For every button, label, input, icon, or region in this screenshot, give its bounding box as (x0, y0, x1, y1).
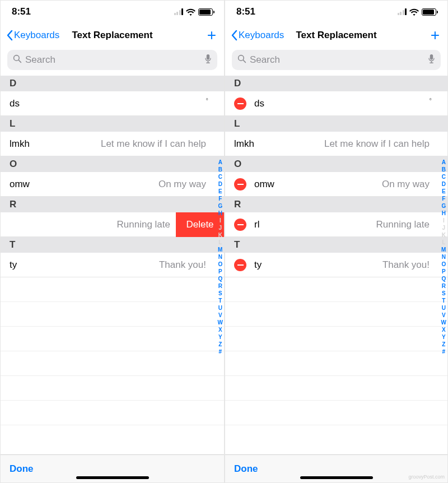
section-header: R (225, 197, 447, 212)
index-letter[interactable]: K (441, 231, 446, 239)
index-letter[interactable]: B (218, 166, 223, 173)
index-letter[interactable]: L (218, 239, 223, 246)
index-letter[interactable]: I (441, 217, 446, 224)
index-letter[interactable]: H (441, 210, 446, 217)
section-header: T (1, 237, 224, 253)
phone-right: 8:51 Keyboards Text Replacement + (224, 1, 447, 482)
search-placeholder: Search (250, 54, 424, 66)
index-letter[interactable]: W (441, 319, 446, 326)
home-indicator[interactable] (300, 476, 373, 479)
index-letter[interactable]: F (218, 195, 223, 202)
index-letter[interactable]: A (441, 159, 446, 166)
section-header: O (225, 156, 447, 172)
table-row[interactable]: omw On my way (225, 172, 447, 197)
add-button[interactable]: + (207, 27, 216, 43)
back-button[interactable]: Keyboards (6, 30, 59, 41)
search-input[interactable]: Search (232, 50, 441, 70)
index-letter[interactable]: Y (441, 333, 446, 341)
index-letter[interactable]: I (218, 217, 223, 224)
mic-icon[interactable] (428, 54, 435, 66)
back-button[interactable]: Keyboards (231, 30, 284, 41)
index-letter[interactable]: L (441, 239, 446, 246)
index-letter[interactable]: M (441, 246, 446, 253)
index-rail[interactable]: ABCDEFGHIJKLMNOPQRSTUVWXYZ# (218, 159, 223, 355)
svg-rect-2 (207, 54, 209, 60)
search-input[interactable]: Search (7, 50, 217, 70)
index-letter[interactable]: E (218, 188, 223, 195)
index-letter[interactable]: K (218, 231, 223, 239)
table-row[interactable]: ty Thank you! (1, 253, 224, 277)
table-row[interactable]: ds ° (1, 91, 224, 116)
index-letter[interactable]: N (218, 253, 223, 261)
index-letter[interactable]: U (441, 304, 446, 312)
index-letter[interactable]: N (441, 253, 446, 261)
index-letter[interactable]: X (441, 326, 446, 333)
index-letter[interactable]: U (218, 304, 223, 312)
table-row[interactable]: ty Thank you! (225, 253, 447, 277)
index-letter[interactable]: C (218, 173, 223, 180)
done-button[interactable]: Done (234, 463, 258, 475)
home-indicator[interactable] (76, 476, 149, 479)
index-letter[interactable]: H (218, 210, 223, 217)
index-letter[interactable]: R (218, 282, 223, 290)
index-letter[interactable]: Q (218, 275, 223, 282)
index-letter[interactable]: Z (218, 341, 223, 348)
nav-bar: Keyboards Text Replacement + (225, 23, 447, 48)
index-letter[interactable]: J (441, 224, 446, 231)
index-letter[interactable]: # (218, 348, 223, 355)
index-letter[interactable]: W (218, 319, 223, 326)
delete-minus-button[interactable] (234, 259, 246, 271)
section-header: L (1, 116, 224, 132)
index-letter[interactable]: V (441, 312, 446, 319)
index-letter[interactable]: V (218, 312, 223, 319)
wifi-icon (186, 8, 195, 16)
index-rail[interactable]: ABCDEFGHIJKLMNOPQRSTUVWXYZ# (441, 159, 446, 355)
index-letter[interactable]: O (218, 261, 223, 268)
wifi-icon (409, 8, 419, 16)
section-header: T (225, 237, 447, 253)
index-letter[interactable]: # (441, 348, 446, 355)
index-letter[interactable]: O (441, 261, 446, 268)
table-row-swiped[interactable]: Running late Delete (1, 212, 224, 237)
add-button[interactable]: + (431, 27, 440, 43)
index-letter[interactable]: J (218, 224, 223, 231)
index-letter[interactable]: D (218, 180, 223, 188)
index-letter[interactable]: A (218, 159, 223, 166)
done-button[interactable]: Done (10, 463, 34, 475)
svg-point-0 (14, 55, 20, 61)
index-letter[interactable]: P (218, 268, 223, 275)
table-row[interactable]: lmkh Let me know if I can help (225, 132, 447, 156)
index-letter[interactable]: Y (218, 333, 223, 341)
index-letter[interactable]: P (441, 268, 446, 275)
mic-icon[interactable] (204, 54, 212, 66)
delete-minus-button[interactable] (234, 178, 246, 191)
index-letter[interactable]: M (218, 246, 223, 253)
status-bar: 8:51 (1, 1, 224, 23)
table-row[interactable]: rl Running late (225, 212, 447, 237)
index-letter[interactable]: S (441, 290, 446, 297)
index-letter[interactable]: S (218, 290, 223, 297)
list: D ds ° L lmkh Let me know if I can help … (1, 76, 224, 454)
table-row[interactable]: ds ° (225, 91, 447, 116)
status-time: 8:51 (236, 6, 255, 17)
index-letter[interactable]: C (441, 173, 446, 180)
index-letter[interactable]: G (218, 202, 223, 210)
index-letter[interactable]: B (441, 166, 446, 173)
index-letter[interactable]: Q (441, 275, 446, 282)
status-right (174, 8, 213, 16)
svg-line-4 (243, 60, 245, 62)
index-letter[interactable]: D (441, 180, 446, 188)
index-letter[interactable]: G (441, 202, 446, 210)
delete-minus-button[interactable] (234, 97, 246, 110)
table-row[interactable]: lmkh Let me know if I can help (1, 132, 224, 156)
index-letter[interactable]: T (441, 297, 446, 304)
table-row[interactable]: omw On my way (1, 172, 224, 197)
index-letter[interactable]: F (441, 195, 446, 202)
delete-minus-button[interactable] (234, 219, 246, 231)
delete-button[interactable]: Delete (176, 212, 224, 237)
index-letter[interactable]: X (218, 326, 223, 333)
index-letter[interactable]: E (441, 188, 446, 195)
index-letter[interactable]: Z (441, 341, 446, 348)
index-letter[interactable]: T (218, 297, 223, 304)
index-letter[interactable]: R (441, 282, 446, 290)
